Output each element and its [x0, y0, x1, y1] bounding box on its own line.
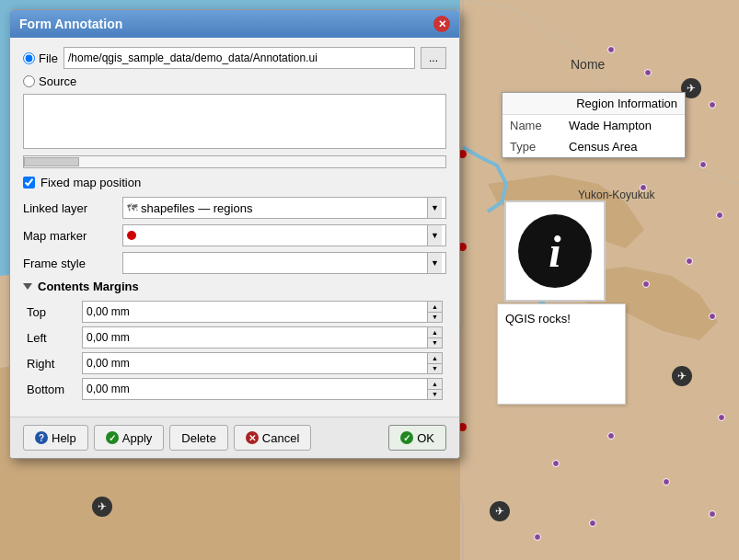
frame-style-row: Frame style ▼ [23, 252, 446, 274]
left-input[interactable] [83, 327, 427, 348]
linked-layer-value: shapefiles — regions [141, 201, 252, 215]
dialog-body: File ... Source Fixed map position Linke… [10, 38, 459, 417]
file-radio[interactable] [23, 52, 35, 64]
map-dot-18 [663, 478, 670, 486]
bottom-spin-up[interactable]: ▲ [428, 379, 442, 390]
airport-icon-3: ✈ [490, 501, 510, 521]
fixed-position-row: Fixed map position [23, 176, 446, 189]
source-radio[interactable] [23, 75, 35, 87]
help-label: Help [52, 431, 76, 445]
browse-button[interactable]: ... [421, 47, 446, 69]
frame-style-label: Frame style [23, 257, 115, 270]
linked-layer-combo-content: 🗺 shapefiles — regions [127, 201, 427, 215]
right-spinbox[interactable]: ▲ ▼ [82, 352, 443, 374]
bottom-spin-down[interactable]: ▼ [428, 390, 442, 400]
linked-layer-arrow: ▼ [427, 198, 442, 218]
map-dot-19 [709, 510, 716, 518]
left-spinbox[interactable]: ▲ ▼ [82, 326, 443, 349]
source-textarea[interactable] [23, 94, 446, 149]
info-bubble: i [504, 200, 606, 302]
close-button[interactable]: ✕ [433, 16, 450, 32]
info-icon: i [518, 214, 592, 288]
bottom-row: Bottom ▲ ▼ [23, 376, 446, 402]
frame-style-combo[interactable]: ▼ [122, 252, 446, 274]
top-spin-down[interactable]: ▼ [428, 313, 442, 323]
qgis-note: QGIS rocks! [497, 303, 626, 405]
left-spinbox-arrows: ▲ ▼ [427, 327, 442, 348]
margins-table: Top ▲ ▼ Left [23, 299, 446, 402]
map-dot-3 [709, 101, 716, 109]
top-spinbox-arrows: ▲ ▼ [427, 302, 442, 322]
nome-label: Nome [571, 57, 605, 72]
source-label: Source [39, 74, 76, 88]
type-field-value: Census Area [561, 136, 685, 157]
contents-margins-label: Contents Margins [38, 280, 139, 293]
map-dot-10 [686, 257, 693, 265]
right-spin-up[interactable]: ▲ [428, 353, 442, 364]
map-marker-label: Map marker [23, 229, 115, 243]
source-row: Source [23, 74, 446, 88]
linked-layer-label: Linked layer [23, 201, 115, 215]
top-spinbox[interactable]: ▲ ▼ [82, 301, 443, 323]
right-spinbox-arrows: ▲ ▼ [427, 353, 442, 373]
delete-button[interactable]: Delete [169, 425, 228, 451]
airport-icon-2: ✈ [672, 366, 692, 386]
ok-icon: ✓ [400, 431, 413, 444]
apply-button[interactable]: ✓ Apply [94, 425, 165, 451]
dialog-titlebar: Form Annotation ✕ [10, 10, 459, 38]
fixed-position-checkbox[interactable] [23, 177, 35, 189]
left-row: Left ▲ ▼ [23, 325, 446, 350]
contents-margins-header: Contents Margins [23, 280, 446, 293]
map-dot-6 [699, 161, 707, 168]
bottom-spinbox-arrows: ▲ ▼ [427, 379, 442, 399]
file-radio-label[interactable]: File [23, 51, 58, 65]
map-marker-row: Map marker ▼ [23, 224, 446, 246]
dialog-title: Form Annotation [19, 17, 122, 31]
map-dot-15 [718, 414, 725, 421]
cancel-icon: ✕ [246, 431, 259, 444]
help-button[interactable]: ? Help [23, 425, 88, 451]
fixed-position-label: Fixed map position [40, 176, 141, 189]
cancel-button[interactable]: ✕ Cancel [234, 425, 311, 451]
map-dot-21 [534, 533, 541, 541]
file-row: File ... [23, 47, 446, 69]
right-label: Right [23, 350, 78, 376]
bottom-input[interactable] [83, 379, 427, 399]
frame-style-arrow: ▼ [427, 253, 442, 273]
ok-label: OK [417, 431, 434, 445]
left-spin-down[interactable]: ▼ [428, 338, 442, 349]
map-marker-combo-content [127, 231, 427, 240]
left-spin-up[interactable]: ▲ [428, 327, 442, 338]
map-dot-12 [709, 313, 716, 320]
bottom-label: Bottom [23, 376, 78, 402]
top-input[interactable] [83, 302, 427, 322]
right-row: Right ▲ ▼ [23, 350, 446, 376]
top-spin-up[interactable]: ▲ [428, 302, 442, 313]
region-title: Region Information [502, 93, 685, 115]
qgis-note-text: QGIS rocks! [505, 312, 571, 326]
source-radio-label[interactable]: Source [23, 74, 76, 88]
section-triangle-icon [23, 283, 32, 290]
map-dot-20 [589, 520, 596, 527]
button-row: ? Help ✓ Apply Delete ✕ Cancel ✓ OK [10, 417, 459, 458]
cancel-label: Cancel [262, 431, 299, 445]
top-label: Top [23, 299, 78, 325]
region-name-row: Name Wade Hampton [502, 115, 685, 136]
linked-layer-combo[interactable]: 🗺 shapefiles — regions ▼ [122, 197, 446, 219]
file-path-input[interactable] [64, 47, 415, 69]
map-dot-7 [640, 184, 647, 191]
name-field-value: Wade Hampton [561, 115, 685, 136]
map-dot-1 [607, 46, 615, 53]
right-input[interactable] [83, 353, 427, 373]
close-icon: ✕ [438, 18, 446, 30]
ok-button[interactable]: ✓ OK [388, 425, 446, 451]
left-label: Left [23, 325, 78, 350]
apply-icon: ✓ [106, 431, 119, 444]
linked-layer-row: Linked layer 🗺 shapefiles — regions ▼ [23, 197, 446, 219]
h-scrollbar[interactable] [23, 155, 446, 168]
bottom-spinbox[interactable]: ▲ ▼ [82, 378, 443, 400]
apply-label: Apply [122, 431, 153, 445]
right-spin-down[interactable]: ▼ [428, 364, 442, 374]
name-field-label: Name [502, 115, 561, 136]
map-marker-combo[interactable]: ▼ [122, 224, 446, 246]
